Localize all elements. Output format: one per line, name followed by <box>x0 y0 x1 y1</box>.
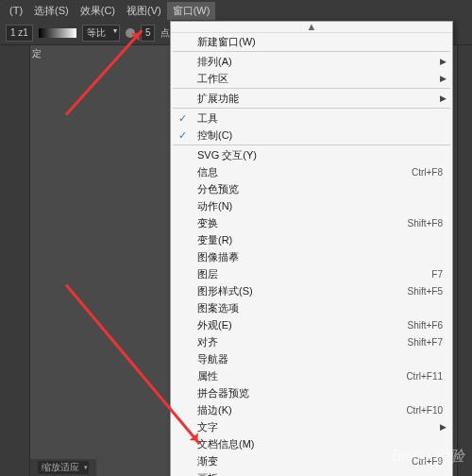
menu-item-label: 工作区 <box>197 72 443 86</box>
menu-item-label: 对齐 <box>197 335 407 349</box>
submenu-arrow-icon: ▶ <box>440 74 447 83</box>
menu-item[interactable]: 对齐Shift+F7 <box>171 333 452 350</box>
zoom-field[interactable]: 1 z1 <box>6 25 33 42</box>
menu-item[interactable]: 图案选项 <box>171 299 452 316</box>
menu-item[interactable]: 导航器 <box>171 350 452 367</box>
menu-item[interactable]: 信息Ctrl+F8 <box>171 163 452 180</box>
menu-item[interactable]: 图形样式(S)Shift+F5 <box>171 282 452 299</box>
stroke-profile-dropdown[interactable]: 等比 <box>82 25 120 42</box>
menu-item[interactable]: 外观(E)Shift+F6 <box>171 316 452 333</box>
menu-item[interactable]: 排列(A)▶ <box>171 53 452 70</box>
check-icon: ✓ <box>178 129 187 142</box>
menu-item-label: 动作(N) <box>197 199 443 213</box>
menu-item[interactable]: 动作(N) <box>171 197 452 214</box>
status-bar: 缩放适应 <box>30 459 96 476</box>
menu-item-label: SVG 交互(Y) <box>197 148 443 162</box>
menu-item-label: 图像描摹 <box>197 250 443 264</box>
menu-item-shortcut: Ctrl+F10 <box>406 405 443 416</box>
menu-item-label: 控制(C) <box>197 128 443 143</box>
menu-item[interactable]: ✓控制(C) <box>171 127 452 144</box>
watermark: Baidu 经验 <box>392 447 464 467</box>
submenu-arrow-icon: ▶ <box>440 422 447 432</box>
menu-item-shortcut: Shift+F6 <box>407 320 443 331</box>
menu-item-label: 画板 <box>197 471 443 477</box>
menu-item[interactable]: SVG 交互(Y) <box>171 146 452 163</box>
menu-window[interactable]: 窗口(W) <box>167 2 216 20</box>
menu-item-label: 导航器 <box>197 352 443 366</box>
menu-item[interactable]: 图层F7 <box>171 265 452 282</box>
menu-effect[interactable]: 效果(C) <box>75 2 121 20</box>
menu-item[interactable]: 文字▶ <box>171 418 452 435</box>
menu-item-label: 图案选项 <box>197 301 443 315</box>
tool-panel[interactable] <box>0 45 30 476</box>
menu-item-label: 变换 <box>197 216 407 230</box>
window-menu-dropdown: ▲ 新建窗口(W)排列(A)▶工作区▶扩展功能▶✓工具✓控制(C)SVG 交互(… <box>170 21 453 476</box>
menu-item-shortcut: Shift+F8 <box>407 218 443 229</box>
menu-item-label: 外观(E) <box>197 318 407 332</box>
menu-item[interactable]: 图像描摹 <box>171 248 452 265</box>
menu-t[interactable]: (T) <box>4 3 28 18</box>
menu-item-label: 描边(K) <box>197 403 406 417</box>
document-tab[interactable]: 定 <box>32 47 42 60</box>
gradient-swatch[interactable] <box>39 28 76 38</box>
menu-item-label: 分色预览 <box>197 182 443 196</box>
menu-item[interactable]: 画板 <box>171 469 452 476</box>
menu-item-label: 图层 <box>197 267 431 281</box>
menu-item-label: 工具 <box>197 111 443 126</box>
menu-item-label: 信息 <box>197 165 412 179</box>
menu-item-label: 扩展功能 <box>197 92 443 106</box>
menu-view[interactable]: 视图(V) <box>121 2 167 20</box>
menu-item-shortcut: Ctrl+F8 <box>412 167 443 178</box>
menu-separator <box>173 144 450 145</box>
menu-item[interactable]: ✓工具 <box>171 110 452 127</box>
menu-item-label: 拼合器预览 <box>197 386 443 400</box>
right-panel-strip[interactable] <box>457 45 472 476</box>
menu-item[interactable]: 分色预览 <box>171 180 452 197</box>
status-dropdown[interactable]: 缩放适应 <box>38 461 89 474</box>
menu-item-shortcut: Ctrl+F11 <box>406 371 443 382</box>
menu-item-label: 文字 <box>197 420 443 434</box>
menu-item[interactable]: 描边(K)Ctrl+F10 <box>171 401 452 418</box>
menu-item[interactable]: 变量(R) <box>171 231 452 248</box>
menu-item-label: 排列(A) <box>197 55 443 69</box>
menu-item-shortcut: F7 <box>431 269 443 280</box>
menu-item-label: 渐变 <box>197 454 412 468</box>
submenu-arrow-icon: ▶ <box>440 57 447 66</box>
menu-item[interactable]: 扩展功能▶ <box>171 90 452 107</box>
menu-select[interactable]: 选择(S) <box>28 2 75 20</box>
menu-scroll-up-icon[interactable]: ▲ <box>171 22 452 33</box>
menu-separator <box>173 88 450 89</box>
menu-separator <box>173 108 450 109</box>
menu-item-shortcut: Shift+F7 <box>407 337 443 348</box>
menu-item-label: 变量(R) <box>197 233 443 247</box>
menu-item[interactable]: 拼合器预览 <box>171 384 452 401</box>
menu-item-label: 属性 <box>197 369 406 383</box>
menu-item[interactable]: 新建窗口(W) <box>171 33 452 50</box>
menu-item-label: 图形样式(S) <box>197 284 407 298</box>
menu-separator <box>173 51 450 52</box>
menu-item-shortcut: Shift+F5 <box>407 286 443 297</box>
check-icon: ✓ <box>178 112 187 125</box>
menu-item-label: 新建窗口(W) <box>197 35 443 49</box>
menu-item[interactable]: 属性Ctrl+F11 <box>171 367 452 384</box>
submenu-arrow-icon: ▶ <box>440 94 447 103</box>
menubar: (T) 选择(S) 效果(C) 视图(V) 窗口(W) <box>0 0 472 21</box>
menu-item[interactable]: 变换Shift+F8 <box>171 214 452 231</box>
menu-item[interactable]: 工作区▶ <box>171 70 452 87</box>
